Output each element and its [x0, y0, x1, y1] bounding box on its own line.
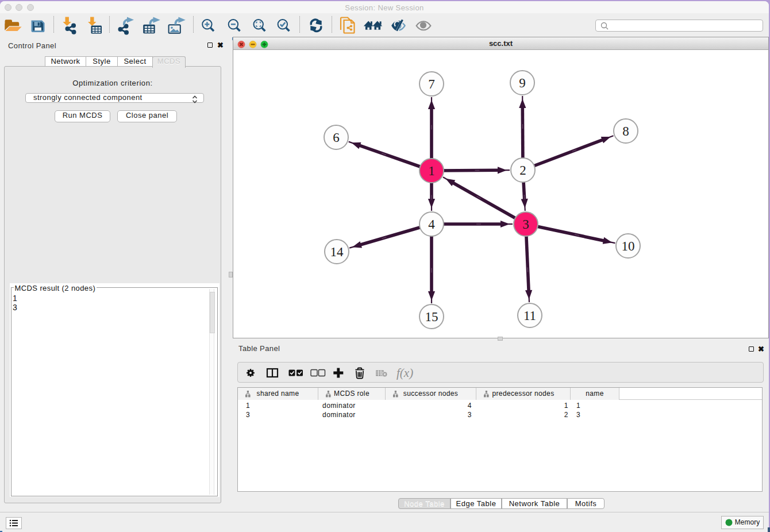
- svg-text:1: 1: [428, 164, 435, 178]
- svg-text:f(x): f(x): [396, 366, 413, 380]
- svg-text:11: 11: [523, 309, 536, 323]
- svg-text:9: 9: [519, 76, 526, 90]
- svg-text:2: 2: [519, 163, 526, 178]
- svg-text:8: 8: [622, 124, 629, 138]
- svg-text:3: 3: [522, 217, 529, 232]
- svg-text:14: 14: [330, 245, 344, 259]
- svg-text:4: 4: [428, 217, 435, 232]
- svg-text:15: 15: [425, 310, 438, 324]
- svg-text:10: 10: [622, 239, 635, 253]
- svg-text:7: 7: [428, 77, 435, 91]
- svg-text:6: 6: [333, 130, 340, 145]
